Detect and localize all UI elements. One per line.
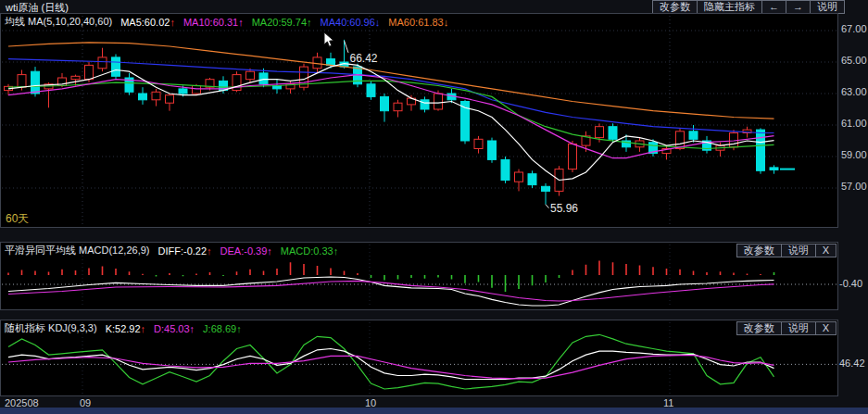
main-toolbar: 改参数 隐藏主指标 ← → 说明 [653,0,845,14]
ma-settings-label: 均线 MA(5,10,20,40,60) [5,15,112,29]
macd-help-button[interactable]: 说明 [781,244,816,257]
kdj-axis-label: 46.42 [839,358,865,369]
down-arrow-icon: ↓ [444,17,449,28]
mouse-cursor [323,31,335,52]
y-axis-label: 61.00 [841,118,867,129]
kdj-edit-params-button[interactable]: 改参数 [736,321,782,335]
y-axis-label: 59.00 [841,149,867,160]
diff-value: DIFF:-0.22↑ [157,245,211,257]
macd-axis-label: -0.40 [839,278,862,289]
kdj-header: 随机指标 KDJ(9,3,3) K:52.92↑ D:45.03↑ J:68.6… [5,321,242,335]
up-arrow-icon: ↑ [207,245,212,257]
kdj-close-button[interactable]: X [815,321,837,335]
kdj-toolbar: 改参数 说明 X [737,321,837,335]
kdj-help-button[interactable]: 说明 [781,321,816,335]
up-arrow-icon: ↑ [190,323,195,334]
macd-value: MACD:0.33↑ [281,245,338,257]
range-label: 60天 [6,211,29,227]
macd-close-button[interactable]: X [815,244,837,257]
up-arrow-icon: ↑ [236,323,242,334]
macd-edit-params-button[interactable]: 改参数 [736,244,782,257]
up-arrow-icon: ↑ [267,245,272,257]
price-chart[interactable]: 66.4255.96 [1,14,837,227]
ma40-value: MA40:60.96↓ [321,17,381,28]
macd-header: 平滑异同平均线 MACD(12,26,9) DIFF:-0.22↑ DEA:-0… [5,244,338,257]
title-bar: wti原油 (日线) 改参数 隐藏主指标 ← → 说明 [0,0,868,13]
macd-toolbar: 改参数 说明 X [737,244,837,257]
price-panel: 均线 MA(5,10,20,40,60) MA5:60.02↑ MA10:60.… [0,13,838,228]
up-arrow-icon: ↑ [333,245,339,257]
app-window: wti原油 (日线) 改参数 隐藏主指标 ← → 说明 均线 MA(5,10,2… [0,0,868,414]
up-arrow-icon: ↑ [170,17,175,28]
macd-settings-label: 平滑异同平均线 MACD(12,26,9) [5,244,149,257]
kdj-panel: 随机指标 KDJ(9,3,3) K:52.92↑ D:45.03↑ J:68.6… [0,320,838,396]
svg-text:55.96: 55.96 [550,202,578,215]
up-arrow-icon: ↑ [141,323,146,334]
j-value: J:68.69↑ [203,323,242,334]
d-value: D:45.03↑ [154,323,195,334]
y-axis-label: 63.00 [841,86,867,97]
edit-params-button[interactable]: 改参数 [652,0,698,14]
help-button[interactable]: 说明 [810,0,845,14]
dea-value: DEA:-0.39↑ [220,245,272,257]
macd-panel: 平滑异同平均线 MACD(12,26,9) DIFF:-0.22↑ DEA:-0… [0,242,838,310]
y-axis-label: 67.00 [841,23,867,34]
hide-main-indicator-button[interactable]: 隐藏主指标 [697,0,762,14]
up-arrow-icon: ↑ [307,17,312,28]
up-arrow-icon: ↑ [238,17,244,28]
k-value: K:52.92↑ [106,323,145,334]
y-axis-label: 57.00 [841,181,867,192]
ma20-value: MA20:59.74↑ [252,17,312,28]
ma10-value: MA10:60.31↑ [183,17,244,28]
arrow-left-button[interactable]: ← [761,0,786,14]
y-axis-label: 65.00 [841,55,867,66]
svg-text:66.42: 66.42 [350,52,378,65]
bottom-scrollbar[interactable] [0,408,868,414]
ma-header: 均线 MA(5,10,20,40,60) MA5:60.02↑ MA10:60.… [5,15,448,29]
arrow-right-button[interactable]: → [786,0,811,14]
down-arrow-icon: ↓ [375,17,381,28]
ma60-value: MA60:61.83↓ [388,17,448,28]
ma5-value: MA5:60.02↑ [120,17,175,28]
kdj-settings-label: 随机指标 KDJ(9,3,3) [5,321,97,335]
